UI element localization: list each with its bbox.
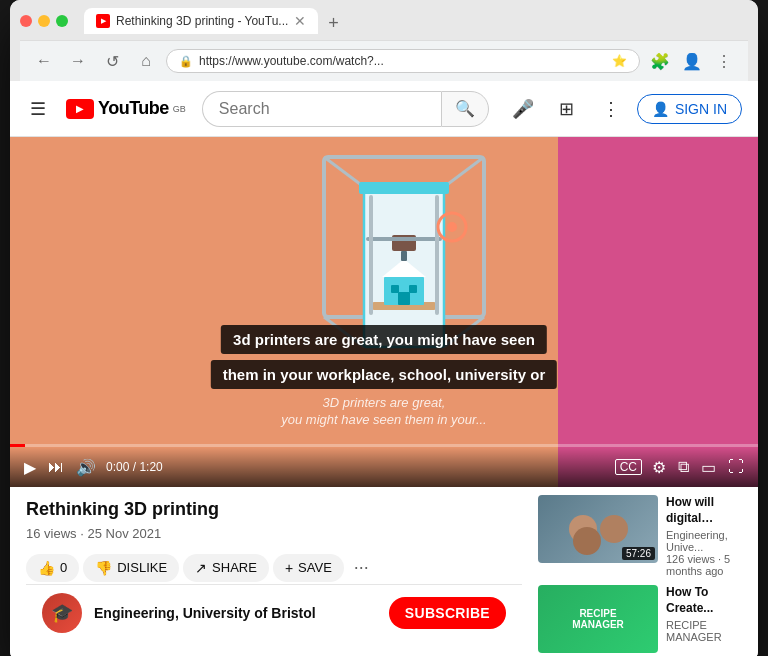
close-button[interactable] (20, 15, 32, 27)
time-display: 0:00 / 1:20 (106, 460, 163, 474)
svg-rect-11 (409, 285, 417, 293)
svg-rect-17 (435, 195, 439, 315)
dislike-icon: 👎 (95, 560, 112, 576)
browser-chrome: Rethinking 3D printing - YouTu... ✕ + ← … (10, 0, 758, 81)
more-icon: ⋮ (602, 98, 620, 120)
sidebar-channel-2: RECIPE MANAGER (666, 619, 750, 643)
forward-button[interactable]: → (64, 47, 92, 75)
subtitles-button[interactable]: CC (615, 459, 642, 475)
address-bar[interactable]: 🔒 https://www.youtube.com/watch?... ⭐ (166, 49, 640, 73)
video-meta: 16 views · 25 Nov 2021 (26, 526, 522, 541)
address-right-icons: ⭐ (612, 54, 627, 68)
video-title: Rethinking 3D printing (26, 499, 522, 520)
next-button[interactable]: ⏭ (46, 456, 66, 478)
miniplayer-button[interactable]: ⧉ (676, 456, 691, 478)
minimize-button[interactable] (38, 15, 50, 27)
person-avatar-3 (573, 527, 601, 555)
search-bar: 🔍 (202, 91, 489, 127)
sidebar-thumb-duration-1: 57:26 (622, 547, 655, 560)
channel-name: Engineering, University of Bristol (94, 605, 377, 621)
play-button[interactable]: ▶ (22, 456, 38, 479)
youtube-logo-icon (66, 99, 94, 119)
sidebar-video-title-1: How will digital technologies... (666, 495, 750, 526)
new-tab-button[interactable]: + (322, 13, 345, 34)
sidebar-video-title-2: How To Create... (666, 585, 750, 616)
apps-icon: ⊞ (559, 98, 574, 120)
sidebar-video-info-1: How will digital technologies... Enginee… (666, 495, 750, 577)
like-icon: 👍 (38, 560, 55, 576)
caption-line-2: them in your workplace, school, universi… (211, 360, 558, 389)
search-input-wrap (202, 91, 441, 127)
tab-title: Rethinking 3D printing - YouTu... (116, 14, 288, 28)
more-actions-button[interactable]: ··· (348, 551, 375, 584)
youtube-logo-text: YouTube (98, 98, 169, 119)
back-button[interactable]: ← (30, 47, 58, 75)
subscribe-button[interactable]: SUBSCRIBE (389, 597, 506, 629)
microphone-icon: 🎤 (512, 98, 534, 120)
person-avatar-2 (600, 515, 628, 543)
browser-window: Rethinking 3D printing - YouTu... ✕ + ← … (10, 0, 758, 656)
hamburger-menu-button[interactable]: ☰ (26, 94, 50, 124)
share-icon: ↗ (195, 560, 207, 576)
navigation-bar: ← → ↺ ⌂ 🔒 https://www.youtube.com/watch?… (20, 40, 748, 81)
youtube-app: ☰ YouTube GB 🔍 🎤 ⊞ (10, 81, 758, 656)
sidebar-thumb-1: 57:26 (538, 495, 658, 563)
microphone-button[interactable]: 🎤 (505, 91, 541, 127)
browser-toolbar-right: 🧩 👤 ⋮ (646, 47, 738, 75)
below-video: Rethinking 3D printing 16 views · 25 Nov… (10, 487, 758, 656)
youtube-header: ☰ YouTube GB 🔍 🎤 ⊞ (10, 81, 758, 137)
browser-tab-active[interactable]: Rethinking 3D printing - YouTu... ✕ (84, 8, 318, 34)
svg-rect-12 (398, 292, 410, 305)
dislike-button[interactable]: 👎 DISLIKE (83, 554, 179, 582)
theater-button[interactable]: ▭ (699, 456, 718, 479)
header-right-controls: 🎤 ⊞ ⋮ 👤 SIGN IN (505, 91, 742, 127)
sidebar-video-2[interactable]: RECIPEMANAGER How To Create... RECIPE MA… (538, 585, 750, 653)
search-button[interactable]: 🔍 (441, 91, 489, 127)
publish-date: 25 Nov 2021 (87, 526, 161, 541)
share-button[interactable]: ↗ SHARE (183, 554, 269, 582)
home-button[interactable]: ⌂ (132, 47, 160, 75)
save-button[interactable]: + SAVE (273, 554, 344, 582)
address-text: https://www.youtube.com/watch?... (199, 54, 606, 68)
search-input[interactable] (219, 100, 425, 118)
svg-line-2 (444, 157, 484, 187)
apps-button[interactable]: ⊞ (549, 91, 585, 127)
caption-sub-2: you might have seen them in your... (85, 412, 683, 427)
fullscreen-button[interactable]: ⛶ (726, 456, 746, 478)
sidebar-meta-1: 126 views · 5 months ago (666, 553, 750, 577)
svg-rect-10 (391, 285, 399, 293)
youtube-logo[interactable]: YouTube GB (66, 98, 186, 119)
view-count: 16 views (26, 526, 77, 541)
sidebar-video-info-2: How To Create... RECIPE MANAGER (666, 585, 750, 653)
svg-rect-15 (366, 237, 442, 241)
maximize-button[interactable] (56, 15, 68, 27)
address-security-icons: 🔒 (179, 55, 193, 68)
more-options-button[interactable]: ⋮ (593, 91, 629, 127)
settings-button[interactable]: ⚙ (650, 456, 668, 479)
youtube-country-badge: GB (173, 104, 186, 114)
channel-avatar: 🎓 (42, 593, 82, 633)
like-button[interactable]: 👍 0 (26, 554, 79, 582)
browser-more-button[interactable]: ⋮ (710, 47, 738, 75)
video-bg-right (558, 137, 758, 487)
tab-bar: Rethinking 3D printing - YouTu... ✕ + (84, 8, 748, 34)
svg-point-19 (447, 222, 457, 232)
sidebar-video-1[interactable]: 57:26 How will digital technologies... E… (538, 495, 750, 577)
traffic-lights (20, 15, 68, 27)
extensions-button[interactable]: 🧩 (646, 47, 674, 75)
sidebar-thumb-2: RECIPEMANAGER (538, 585, 658, 653)
thumb-text: RECIPEMANAGER (572, 608, 624, 630)
save-icon: + (285, 560, 293, 576)
caption-sub-1: 3D printers are great, (85, 395, 683, 410)
sign-in-label: SIGN IN (675, 101, 727, 117)
volume-button[interactable]: 🔊 (74, 456, 98, 479)
svg-rect-6 (359, 182, 449, 194)
svg-rect-14 (401, 251, 407, 261)
caption-line-1: 3d printers are great, you might have se… (221, 325, 547, 354)
profile-button[interactable]: 👤 (678, 47, 706, 75)
tab-close-button[interactable]: ✕ (294, 13, 306, 29)
reload-button[interactable]: ↺ (98, 47, 126, 75)
video-player[interactable]: 3d printers are great, you might have se… (10, 137, 758, 487)
sign-in-button[interactable]: 👤 SIGN IN (637, 94, 742, 124)
tab-favicon (96, 14, 110, 28)
